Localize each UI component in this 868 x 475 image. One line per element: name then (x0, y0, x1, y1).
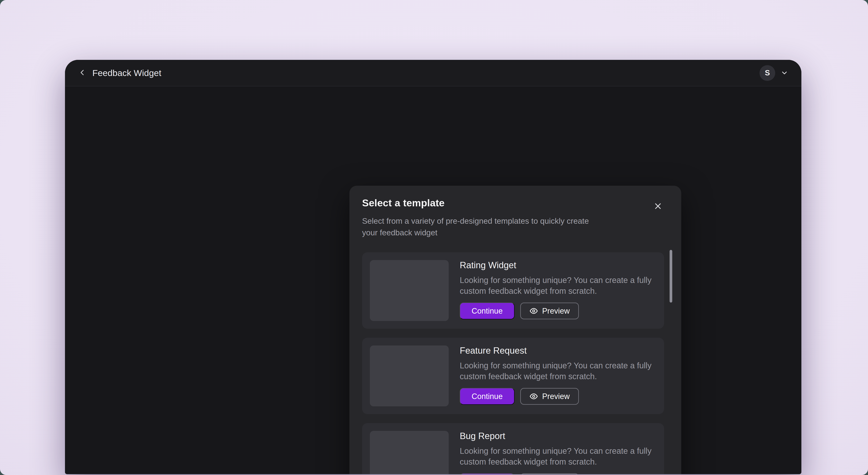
preview-label: Preview (542, 307, 570, 315)
topbar-right: S (760, 65, 788, 81)
page-title: Feedback Widget (92, 68, 161, 78)
template-list: Rating Widget Looking for something uniq… (362, 252, 669, 474)
eye-icon (529, 307, 538, 315)
preview-button[interactable]: Preview (520, 388, 579, 405)
template-thumbnail (370, 346, 449, 406)
modal-subtitle: Select from a variety of pre-designed te… (362, 215, 593, 239)
template-card-rating-widget: Rating Widget Looking for something uniq… (362, 252, 664, 329)
template-title: Bug Report (460, 431, 654, 441)
modal-title: Select a template (362, 197, 669, 209)
app-window: Feedback Widget S Select a template Sele… (65, 60, 801, 474)
close-button[interactable] (652, 200, 664, 213)
preview-button[interactable]: Preview (520, 473, 579, 474)
preview-button[interactable]: Preview (520, 303, 579, 319)
desktop-background: Feedback Widget S Select a template Sele… (0, 0, 868, 475)
continue-button[interactable]: Continue (460, 388, 515, 405)
topbar: Feedback Widget S (65, 60, 801, 87)
continue-button[interactable]: Continue (460, 303, 515, 319)
template-title: Rating Widget (460, 260, 654, 270)
continue-button[interactable]: Continue (460, 473, 515, 474)
template-thumbnail (370, 260, 449, 321)
template-thumbnail (370, 431, 449, 474)
template-description: Looking for something unique? You can cr… (460, 275, 654, 296)
back-button[interactable] (76, 67, 88, 78)
chevron-left-icon (78, 68, 87, 78)
template-description: Looking for something unique? You can cr… (460, 360, 654, 382)
avatar[interactable]: S (760, 65, 775, 81)
template-title: Feature Request (460, 346, 654, 356)
close-icon (654, 202, 662, 211)
template-description: Looking for something unique? You can cr… (460, 446, 654, 467)
chevron-down-icon[interactable] (780, 69, 788, 77)
eye-icon (529, 392, 538, 401)
preview-label: Preview (542, 392, 570, 401)
modal-scrollbar-thumb[interactable] (670, 250, 672, 303)
template-card-feature-request: Feature Request Looking for something un… (362, 338, 664, 414)
select-template-modal: Select a template Select from a variety … (349, 186, 681, 474)
avatar-initial: S (765, 69, 770, 77)
template-card-bug-report: Bug Report Looking for something unique?… (362, 423, 664, 474)
